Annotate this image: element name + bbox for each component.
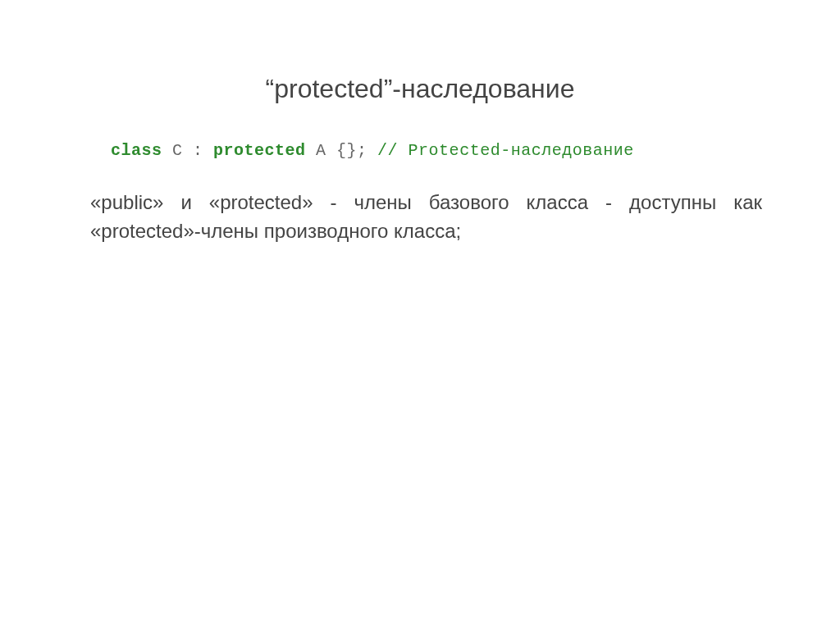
keyword-protected: protected bbox=[213, 141, 306, 160]
keyword-class: class bbox=[111, 141, 162, 160]
code-comment: // Protected-наследование bbox=[377, 141, 634, 160]
body-paragraph: «public» и «protected» - члены базового … bbox=[90, 189, 762, 246]
class-name-c: C bbox=[162, 141, 194, 160]
colon: : bbox=[193, 141, 213, 160]
slide-title: “protected”-наследование bbox=[78, 74, 762, 104]
base-name-a: A bbox=[306, 141, 337, 160]
code-snippet: class C : protected A {}; // Protected-н… bbox=[111, 141, 762, 160]
braces: {}; bbox=[336, 141, 377, 160]
